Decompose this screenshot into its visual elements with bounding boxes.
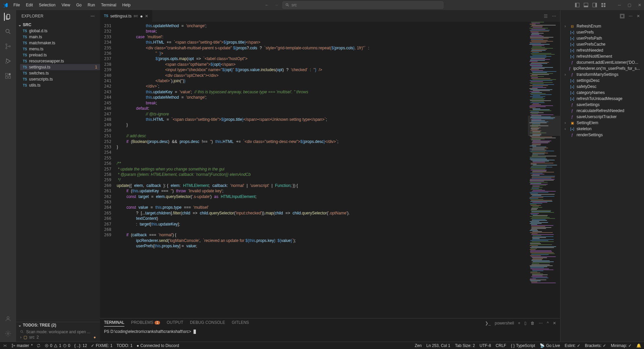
zen-status[interactable]: Zen — [415, 343, 422, 348]
code-editor[interactable]: this.updateMethod = 'onchange'; break; c… — [117, 22, 528, 318]
outline-item[interactable]: [∘]userPrefs — [563, 29, 641, 35]
minimap-status[interactable]: Minimap: ✓ — [611, 343, 632, 348]
account-icon[interactable] — [4, 315, 12, 323]
command-center[interactable]: src — [282, 1, 443, 9]
close-icon[interactable]: ✕ — [638, 3, 641, 7]
todos-section-header[interactable]: ⌄ TODOS: TREE (2) — [16, 322, 100, 328]
outline-item[interactable]: ƒipcRenderer.on('m_userPrefs_for_s... — [563, 65, 641, 71]
file-item[interactable]: TSmenu.ts — [20, 46, 100, 52]
shell-name[interactable]: powershell — [495, 321, 514, 326]
outline-item[interactable]: [∘]refreshToUnloadMessage — [563, 96, 641, 102]
outline-item[interactable]: ƒrecalculateRefreshNeeded — [563, 108, 641, 114]
menu-edit[interactable]: Edit — [23, 1, 36, 9]
terminal-body[interactable]: PS D:\coding\electron\crankshaft\cranksh… — [100, 328, 560, 342]
branch-button[interactable]: master* — [11, 343, 33, 348]
json-status[interactable]: { ..}: 12 — [74, 343, 87, 348]
outline-close-icon[interactable]: ✕ — [637, 14, 640, 18]
menu-help[interactable]: Help — [120, 1, 133, 9]
file-item[interactable]: TSpreload.ts — [20, 52, 100, 58]
outline-item[interactable]: ƒdocument.addEventListener('DO... — [563, 59, 641, 65]
terminal-more-icon[interactable]: ⋯ — [539, 321, 543, 326]
outline-item[interactable]: [∘]categoryNames — [563, 90, 641, 96]
outline-item[interactable]: [∘]userPrefsCache — [563, 41, 641, 47]
discord-status[interactable]: ● Connected to Discord — [137, 343, 179, 348]
chevron-right-icon[interactable]: › — [20, 335, 21, 340]
golive-status[interactable]: 📡 Go Live — [540, 343, 560, 348]
nav-forward-icon[interactable]: → — [274, 3, 278, 7]
scm-icon[interactable] — [4, 42, 12, 50]
tab-close-icon[interactable]: ✕ — [145, 14, 148, 18]
remote-button[interactable] — [3, 343, 7, 348]
notifications-icon[interactable]: 🔔 — [636, 343, 641, 348]
brackets-status[interactable]: Brackets: ✓ — [585, 343, 606, 348]
sidebar-more-icon[interactable]: ⋯ — [91, 14, 95, 18]
extensions-icon[interactable] — [4, 72, 12, 80]
menu-file[interactable]: File — [11, 1, 22, 9]
search-activity-icon[interactable] — [4, 28, 12, 36]
editor-tab[interactable]: TS settingsui.ts src ● ✕ — [100, 10, 153, 22]
eol-status[interactable]: CRLF — [496, 343, 506, 348]
editor-more-icon[interactable]: ⋯ — [552, 14, 556, 18]
list-icon[interactable] — [543, 14, 548, 18]
output-tab[interactable]: OUTPUT — [167, 320, 183, 327]
menu-run[interactable]: Run — [85, 1, 98, 9]
outline-item[interactable]: ƒsaveUserscriptTracker — [563, 114, 641, 120]
file-item[interactable]: TSresourceswapper.ts — [20, 58, 100, 64]
encoding-status[interactable]: UTF-8 — [480, 343, 491, 348]
menu-terminal[interactable]: Terminal — [98, 1, 119, 9]
todos-src[interactable]: src — [29, 335, 35, 340]
minimize-icon[interactable]: ─ — [618, 3, 621, 7]
layout-customize-icon[interactable] — [601, 3, 606, 7]
outline-item[interactable]: [∘]userPrefsPath — [563, 35, 641, 41]
outline-item[interactable]: ›ƒtransformMarrySettings — [563, 71, 641, 78]
file-item[interactable]: TSglobal.d.ts — [20, 28, 100, 34]
split-terminal-icon[interactable]: ▯ — [524, 321, 527, 326]
cursor-position[interactable]: Ln 253, Col 1 — [426, 343, 450, 348]
menu-go[interactable]: Go — [73, 1, 84, 9]
layout-left-icon[interactable] — [575, 3, 580, 7]
maximize-panel-icon[interactable]: ^ — [547, 321, 549, 326]
tabsize-status[interactable]: Tab Size: 2 — [455, 343, 475, 348]
problems-tab[interactable]: PROBLEMS1 — [131, 320, 160, 327]
file-item[interactable]: TSmatchmaker.ts — [20, 40, 100, 46]
new-terminal-icon[interactable]: + — [518, 321, 520, 326]
outline-item[interactable]: ›▣SettingElem — [563, 120, 641, 126]
file-item[interactable]: TSmain.ts — [20, 34, 100, 40]
layout-bottom-icon[interactable] — [584, 3, 588, 7]
folder-section-header[interactable]: ⌄ SRC — [16, 22, 100, 28]
gitlens-tab[interactable]: GITLENS — [232, 320, 249, 327]
file-item[interactable]: TSutils.ts — [20, 82, 100, 88]
outline-item[interactable]: ƒsaveSettings — [563, 102, 641, 108]
outline-item[interactable]: [∘]refreshNotifElement — [563, 53, 641, 59]
minimap-viewport[interactable] — [528, 116, 560, 136]
language-status[interactable]: { } TypeScript — [511, 343, 535, 348]
kill-terminal-icon[interactable]: 🗑 — [531, 321, 535, 326]
settings-gear-icon[interactable] — [4, 330, 12, 338]
file-item[interactable]: TSsettingsui.ts1 — [20, 64, 100, 70]
maximize-icon[interactable]: ▢ — [628, 3, 631, 7]
close-panel-icon[interactable]: ✕ — [553, 321, 556, 326]
outline-more-icon[interactable]: ⋯ — [629, 14, 633, 18]
nav-back-icon[interactable]: ← — [265, 3, 269, 7]
outline-item[interactable]: [∘]refreshNeeded — [563, 47, 641, 53]
outline-item[interactable]: [∘]safetyDesc — [563, 84, 641, 90]
todo-status[interactable]: TODO: 1 — [116, 343, 132, 348]
problems-status[interactable]: 0 1 0 — [45, 343, 70, 348]
debug-console-tab[interactable]: DEBUG CONSOLE — [190, 320, 225, 327]
file-item[interactable]: TSswitches.ts — [20, 70, 100, 76]
fixme-status[interactable]: ✓ FIXME: 1 — [91, 343, 112, 348]
outline-item[interactable]: [∘]settingsDesc — [563, 78, 641, 84]
terminal-tab[interactable]: TERMINAL — [104, 320, 124, 327]
outline-collapse-icon[interactable] — [620, 14, 625, 18]
debug-icon[interactable] — [4, 57, 12, 65]
outline-item[interactable]: ƒrenderSettings — [563, 132, 641, 138]
layout-right-icon[interactable] — [592, 3, 597, 7]
sync-button[interactable] — [37, 344, 41, 348]
minimap[interactable] — [528, 22, 560, 318]
outline-item[interactable]: ›[∘]skeleton — [563, 126, 641, 132]
menu-selection[interactable]: Selection — [36, 1, 58, 9]
menu-view[interactable]: View — [59, 1, 73, 9]
outline-item[interactable]: ›⊟RefreshEnum — [563, 23, 641, 29]
explorer-icon[interactable] — [4, 13, 12, 21]
eslint-status[interactable]: Eslint: ✓ — [565, 343, 580, 348]
